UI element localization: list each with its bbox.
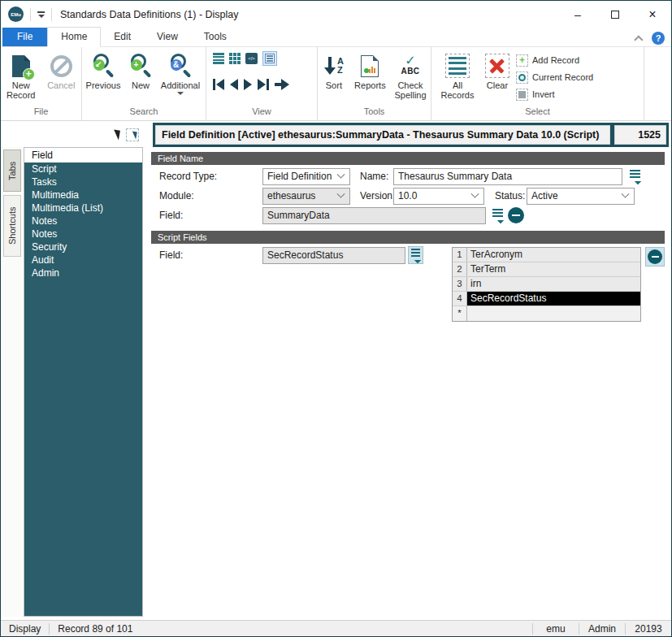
clear-selection-icon — [485, 54, 509, 78]
script-field-label: Field: — [159, 247, 183, 264]
sidebar-tab-strip: Tabs Shortcuts — [1, 147, 22, 617]
tab-tools[interactable]: Tools — [191, 28, 240, 46]
section-header-script-fields: Script Fields — [151, 231, 665, 244]
sidebar-tab-list: Field Script Tasks Multimedia Multimedia… — [24, 147, 143, 617]
close-button[interactable]: × — [634, 1, 671, 28]
field-input[interactable]: SummaryData — [262, 207, 486, 224]
quick-access-dropdown-icon[interactable] — [37, 11, 45, 18]
sort-button[interactable]: AZ Sort — [318, 50, 350, 90]
vertical-tab-tabs[interactable]: Tabs — [3, 150, 21, 192]
grid-row[interactable]: 3 irn — [453, 277, 640, 292]
record-type-dropdown[interactable]: Field Definition — [262, 168, 350, 185]
minimize-button[interactable]: – — [559, 1, 596, 28]
cancel-button[interactable]: Cancel — [41, 50, 82, 90]
nav-goto-record-icon[interactable] — [275, 79, 289, 90]
titlebar-separator — [30, 8, 31, 21]
group-label-view: View — [206, 106, 317, 120]
group-label-tools: Tools — [318, 106, 431, 120]
sidebar-item-security[interactable]: Security — [24, 240, 142, 254]
autofill-icon[interactable] — [408, 246, 423, 264]
titlebar-separator — [51, 8, 52, 21]
grid-row[interactable]: 2 TerTerm — [453, 262, 640, 277]
invert-selection-button[interactable]: Invert — [516, 88, 593, 101]
vertical-tab-shortcuts[interactable]: Shortcuts — [3, 195, 21, 257]
sidebar-item-field[interactable]: Field — [24, 148, 142, 162]
ribbon-collapse-icon[interactable] — [634, 35, 643, 44]
tab-edit[interactable]: Edit — [101, 28, 144, 46]
version-dropdown[interactable]: 10.0 — [393, 188, 484, 205]
tab-home[interactable]: Home — [47, 27, 101, 47]
add-record-icon: + — [516, 54, 528, 67]
sidebar-item-notes[interactable]: Notes — [24, 214, 142, 228]
script-field-input[interactable]: SecRecordStatus — [262, 247, 405, 264]
tab-file[interactable]: File — [2, 28, 47, 46]
nav-last-record-icon[interactable] — [258, 79, 269, 90]
invert-selection-icon — [516, 89, 528, 101]
maximize-button[interactable] — [596, 1, 634, 28]
current-record-button[interactable]: Current Record — [516, 71, 593, 84]
field-label: Field: — [159, 207, 183, 224]
sidebar-item-audit[interactable]: Audit — [24, 254, 142, 266]
view-list-icon[interactable] — [213, 53, 224, 64]
sidebar-item-admin[interactable]: Admin — [24, 266, 142, 280]
nav-next-record-icon[interactable] — [244, 79, 252, 90]
view-code-icon[interactable]: </> — [245, 53, 258, 64]
cancel-icon — [50, 55, 72, 77]
version-label: Version: — [360, 188, 395, 205]
autofill-icon[interactable] — [627, 168, 643, 184]
sidebar-item-multimedia-list[interactable]: Multimedia (List) — [24, 202, 142, 214]
all-records-icon — [445, 54, 470, 78]
reports-button[interactable]: Reports — [350, 50, 390, 90]
record-summary-title: Field Definition [Active] ethesaurus:Sum… — [155, 125, 610, 145]
status-label: Status: — [495, 188, 525, 205]
search-previous-icon: ↙ — [91, 54, 116, 79]
nav-first-record-icon[interactable] — [213, 79, 224, 90]
view-details-icon[interactable] — [262, 51, 277, 66]
ribbon-group-view: </> View — [206, 47, 318, 120]
ribbon-group-tools: AZ Sort Reports — [318, 47, 431, 120]
sidebar-item-script[interactable]: Script — [24, 162, 142, 176]
autofill-icon[interactable] — [490, 207, 505, 223]
check-spelling-icon: ✓ ABC — [401, 55, 419, 76]
help-icon[interactable]: ? — [652, 32, 665, 45]
check-spelling-button[interactable]: ✓ ABC Check Spelling — [390, 50, 431, 100]
search-new-button[interactable]: + New — [124, 50, 157, 90]
status-database: emu — [533, 623, 579, 635]
name-input[interactable]: Thesaurus Summary Data — [393, 168, 622, 185]
group-label-search: Search — [82, 106, 206, 120]
sort-icon: AZ — [324, 57, 344, 75]
status-dropdown[interactable]: Active — [527, 188, 635, 205]
add-record-button[interactable]: + Add Record — [516, 54, 593, 67]
tab-view[interactable]: View — [144, 28, 191, 46]
ribbon: + New Record Cancel File ↙ Previous + N — [1, 47, 671, 121]
grid-row-new[interactable]: * — [453, 306, 640, 321]
remove-grid-row-icon[interactable] — [645, 247, 665, 266]
new-record-button[interactable]: + New Record — [1, 50, 41, 100]
pointer-cursor-icon[interactable] — [112, 129, 120, 140]
status-user: Admin — [579, 623, 625, 635]
grid-row[interactable]: 1 TerAcronym — [453, 248, 640, 262]
select-cursor-icon[interactable] — [126, 128, 139, 141]
view-contact-sheet-icon[interactable] — [229, 53, 241, 64]
status-port: 20193 — [626, 623, 671, 635]
ribbon-group-file: + New Record Cancel File — [1, 47, 82, 120]
search-previous-button[interactable]: ↙ Previous — [82, 50, 124, 90]
module-dropdown[interactable]: ethesaurus — [262, 188, 350, 205]
status-record-position: Record 89 of 101 — [50, 623, 141, 635]
chevron-down-icon — [622, 190, 630, 198]
reports-icon — [361, 55, 379, 77]
remove-row-icon[interactable] — [508, 207, 524, 223]
grid-row-selected[interactable]: 4 SecRecordStatus — [453, 292, 640, 306]
sidebar-item-notes-2[interactable]: Notes — [24, 228, 142, 240]
sidebar-item-multimedia[interactable]: Multimedia — [24, 188, 142, 202]
all-records-button[interactable]: All Records — [436, 50, 479, 100]
ribbon-group-select: All Records Clear + Add Record Current R… — [431, 47, 644, 120]
nav-previous-record-icon[interactable] — [230, 79, 238, 90]
clear-selection-button[interactable]: Clear — [479, 50, 516, 90]
search-additional-button[interactable]: & Additional — [157, 50, 204, 95]
sidebar-item-tasks[interactable]: Tasks — [24, 176, 142, 188]
group-label-select: Select — [431, 106, 644, 120]
script-fields-grid[interactable]: 1 TerAcronym 2 TerTerm 3 irn 4 SecRecord… — [452, 247, 641, 322]
name-label: Name: — [360, 168, 388, 185]
new-record-icon: + — [12, 55, 30, 77]
